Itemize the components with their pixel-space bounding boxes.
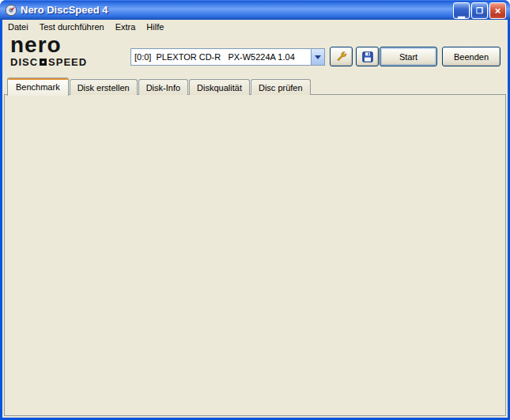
drive-select[interactable]: [0:0] PLEXTOR CD-R PX-W5224A 1.04: [130, 48, 325, 66]
disc-square-icon: [40, 59, 47, 66]
menu-item-hilfe[interactable]: Hilfe: [141, 21, 169, 33]
close-button[interactable]: ×: [489, 2, 506, 19]
tab-diskqualitaet[interactable]: Diskqualität: [189, 79, 250, 95]
menubar: Datei Test durchführen Extra Hilfe: [2, 20, 508, 34]
menu-item-datei[interactable]: Datei: [2, 21, 34, 33]
drive-select-value: [0:0] PLEXTOR CD-R PX-W5224A 1.04: [131, 52, 311, 62]
app-icon: [5, 4, 17, 17]
options-button[interactable]: [330, 47, 353, 66]
tab-benchmark[interactable]: Benchmark: [7, 78, 69, 96]
nero-logo: nero DISC SPEED: [10, 34, 87, 67]
titlebar: Nero DiscSpeed 4 ▁ ❐ ×: [0, 0, 510, 20]
start-button[interactable]: Start: [380, 47, 437, 66]
minimize-icon: ▁: [454, 3, 469, 18]
tab-disk-erstellen[interactable]: Disk erstellen: [70, 79, 138, 95]
wrench-icon: [335, 51, 348, 63]
tab-panel: [4, 94, 506, 416]
quit-button[interactable]: Beenden: [442, 47, 501, 66]
client-area: Datei Test durchführen Extra Hilfe nero …: [2, 20, 508, 418]
window-title: Nero DiscSpeed 4: [21, 4, 108, 16]
tab-strip: Benchmark Disk erstellen Disk-Info Diskq…: [7, 78, 312, 95]
floppy-disk-icon: [362, 51, 373, 62]
save-button[interactable]: [356, 47, 379, 66]
menu-item-test-durchfuehren[interactable]: Test durchführen: [34, 21, 110, 33]
logo-speed-text: SPEED: [48, 57, 87, 67]
close-icon: ×: [490, 3, 505, 18]
tab-disc-pruefen[interactable]: Disc prüfen: [251, 79, 311, 95]
minimize-button[interactable]: ▁: [453, 2, 470, 19]
app-window: Nero DiscSpeed 4 ▁ ❐ × Datei Test durchf…: [0, 0, 510, 420]
maximize-button[interactable]: ❐: [471, 2, 488, 19]
maximize-icon: ❐: [472, 3, 487, 18]
chevron-down-icon: [315, 55, 321, 59]
nero-brand-text: nero: [10, 34, 87, 56]
dropdown-arrow-button[interactable]: [311, 49, 324, 65]
logo-disc-text: DISC: [10, 57, 38, 67]
tab-disk-info[interactable]: Disk-Info: [138, 79, 188, 95]
menu-item-extra[interactable]: Extra: [110, 21, 142, 33]
